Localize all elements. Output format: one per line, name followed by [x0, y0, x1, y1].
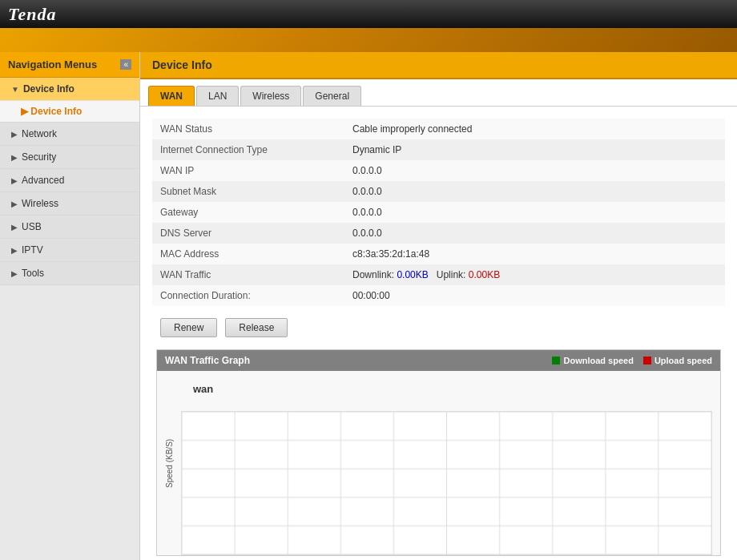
sidebar-section-device-info[interactable]: ▼ Device Info: [0, 78, 139, 100]
sidebar-section-security[interactable]: ▶ Security: [0, 146, 139, 168]
nav-header: Navigation Menus «: [0, 52, 139, 78]
graph-area: Speed (KB/S) wan: [157, 371, 720, 555]
sidebar-label-device-info: Device Info: [23, 83, 75, 95]
chevron-right-icon-5: ▶: [11, 223, 18, 232]
tab-lan[interactable]: LAN: [196, 86, 239, 106]
table-row: Internet Connection Type Dynamic IP: [152, 139, 725, 160]
traffic-downlink-value: 0.00KB: [397, 269, 428, 280]
table-row: Subnet Mask 0.0.0.0: [152, 181, 725, 202]
sidebar-section-advanced[interactable]: ▶ Advanced: [0, 169, 139, 191]
sidebar-label-usb: USB: [22, 221, 42, 232]
sidebar-section-network[interactable]: ▶ Network: [0, 123, 139, 145]
field-label-gateway: Gateway: [152, 202, 344, 223]
sidebar-label-tools: Tools: [22, 268, 44, 279]
field-value-connection-duration: 00:00:00: [344, 285, 725, 306]
tab-wan[interactable]: WAN: [148, 86, 195, 106]
field-label-wan-ip: WAN IP: [152, 160, 344, 181]
action-buttons: Renew Release: [152, 318, 725, 337]
traffic-uplink-label: Uplink:: [437, 269, 466, 280]
sidebar-sub-label-device-info: ▶: [21, 106, 30, 117]
sidebar-sub-device-info[interactable]: ▶ Device Info: [0, 100, 139, 122]
sidebar-item-tools: ▶ Tools: [0, 262, 139, 285]
sidebar-item-usb: ▶ USB: [0, 216, 139, 239]
app-header: Tenda: [0, 0, 737, 28]
table-row: DNS Server 0.0.0.0: [152, 223, 725, 244]
table-row: WAN Traffic Downlink: 0.00KB Uplink: 0.0…: [152, 264, 725, 285]
legend-download-label: Download speed: [563, 356, 633, 365]
traffic-downlink-label: Downlink:: [352, 269, 394, 280]
upload-speed-icon: [643, 357, 651, 365]
legend-download: Download speed: [552, 356, 633, 365]
chevron-right-icon-4: ▶: [11, 199, 18, 208]
field-value-wan-traffic: Downlink: 0.00KB Uplink: 0.00KB: [344, 264, 725, 285]
banner: [0, 28, 737, 52]
banner-image: [0, 28, 737, 52]
field-label-subnet-mask: Subnet Mask: [152, 181, 344, 202]
sidebar-item-iptv: ▶ IPTV: [0, 239, 139, 262]
field-value-gateway: 0.0.0.0: [344, 202, 725, 223]
download-speed-icon: [552, 357, 560, 365]
wan-info-table: WAN Status Cable improperly connected In…: [152, 119, 725, 306]
graph-wan-label: wan: [193, 383, 213, 395]
field-label-wan-status: WAN Status: [152, 119, 344, 139]
content-header-title: Device Info: [152, 58, 212, 71]
logo: Tenda: [8, 4, 56, 25]
content-area: Device Info WAN LAN Wireless General WAN: [140, 52, 737, 560]
tab-wireless[interactable]: Wireless: [240, 86, 301, 106]
sidebar-label-network: Network: [22, 128, 57, 139]
table-row: Gateway 0.0.0.0: [152, 202, 725, 223]
sidebar-item-security: ▶ Security: [0, 146, 139, 169]
sidebar-section-tools[interactable]: ▶ Tools: [0, 262, 139, 284]
sidebar-section-usb[interactable]: ▶ USB: [0, 216, 139, 238]
legend-upload: Upload speed: [643, 356, 712, 365]
renew-button[interactable]: Renew: [160, 318, 217, 337]
graph-y-axis-label: Speed (KB/S): [157, 371, 181, 555]
sidebar: Navigation Menus « ▼ Device Info ▶ Devic…: [0, 52, 140, 560]
sidebar-item-device-info: ▼ Device Info ▶ Device Info: [0, 78, 139, 123]
tab-general[interactable]: General: [303, 86, 361, 106]
field-value-wan-status: Cable improperly connected: [344, 119, 725, 139]
release-button[interactable]: Release: [225, 318, 288, 337]
sidebar-section-iptv[interactable]: ▶ IPTV: [0, 239, 139, 261]
field-label-mac-address: MAC Address: [152, 244, 344, 264]
graph-content: wan: [181, 371, 720, 555]
sidebar-section-wireless[interactable]: ▶ Wireless: [0, 192, 139, 215]
table-row: MAC Address c8:3a:35:2d:1a:48: [152, 244, 725, 264]
legend-upload-label: Upload speed: [654, 356, 712, 365]
chevron-down-icon: ▼: [11, 85, 19, 94]
nav-collapse-button[interactable]: «: [120, 59, 131, 70]
content-body: WAN Status Cable improperly connected In…: [140, 107, 737, 560]
traffic-graph-header: WAN Traffic Graph Download speed Upload …: [157, 350, 720, 371]
table-row: WAN IP 0.0.0.0: [152, 160, 725, 181]
chevron-right-icon-7: ▶: [11, 269, 18, 278]
chevron-right-icon-6: ▶: [11, 246, 18, 255]
table-row: Connection Duration: 00:00:00: [152, 285, 725, 306]
traffic-graph: WAN Traffic Graph Download speed Upload …: [156, 349, 721, 556]
chevron-right-icon-2: ▶: [11, 153, 18, 162]
field-value-wan-ip: 0.0.0.0: [344, 160, 725, 181]
sidebar-label-security: Security: [22, 151, 56, 163]
chevron-right-icon: ▶: [11, 130, 18, 139]
graph-canvas: [181, 411, 712, 555]
chevron-right-icon-3: ▶: [11, 176, 18, 185]
traffic-graph-title: WAN Traffic Graph: [165, 355, 250, 366]
table-row: WAN Status Cable improperly connected: [152, 119, 725, 139]
field-label-connection-type: Internet Connection Type: [152, 139, 344, 160]
nav-header-label: Navigation Menus: [8, 58, 97, 71]
sidebar-label-iptv: IPTV: [22, 244, 43, 256]
sidebar-label-wireless: Wireless: [22, 198, 58, 209]
field-value-dns-server: 0.0.0.0: [344, 223, 725, 244]
sidebar-item-advanced: ▶ Advanced: [0, 169, 139, 192]
sidebar-item-wireless: ▶ Wireless: [0, 192, 139, 216]
main-layout: Navigation Menus « ▼ Device Info ▶ Devic…: [0, 52, 737, 560]
field-value-mac-address: c8:3a:35:2d:1a:48: [344, 244, 725, 264]
content-header: Device Info: [140, 52, 737, 79]
field-label-dns-server: DNS Server: [152, 223, 344, 244]
field-value-connection-type: Dynamic IP: [344, 139, 725, 160]
field-value-subnet-mask: 0.0.0.0: [344, 181, 725, 202]
traffic-uplink-value: 0.00KB: [469, 269, 500, 280]
graph-legend: Download speed Upload speed: [552, 356, 712, 365]
field-label-connection-duration: Connection Duration:: [152, 285, 344, 306]
tab-bar: WAN LAN Wireless General: [140, 79, 737, 107]
sidebar-item-network: ▶ Network: [0, 123, 139, 146]
